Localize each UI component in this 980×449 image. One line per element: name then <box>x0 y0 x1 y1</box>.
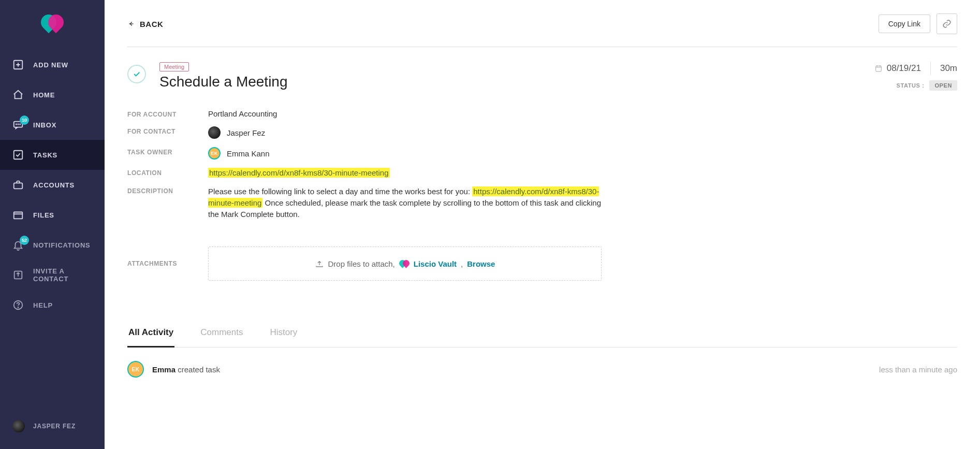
field-for-contact: FOR CONTACT Jasper Fez <box>127 122 957 143</box>
field-description: DESCRIPTION Please use the following lin… <box>127 182 957 224</box>
bell-icon: 52 <box>12 239 24 251</box>
avatar: EK <box>208 147 221 160</box>
task-type-chip: Meeting <box>159 62 189 71</box>
nav-accounts[interactable]: ACCOUNTS <box>0 170 105 200</box>
svg-rect-11 <box>875 66 881 71</box>
nav-home[interactable]: HOME <box>0 80 105 110</box>
nav-label: ACCOUNTS <box>33 181 75 189</box>
nav-label: INVITE A CONTACT <box>33 267 92 283</box>
nav-help[interactable]: HELP <box>0 290 105 320</box>
logo[interactable] <box>0 0 105 50</box>
avatar <box>12 420 25 432</box>
task-owner-value[interactable]: EK Emma Kann <box>208 147 270 160</box>
activity-tabs: All Activity Comments History <box>127 322 957 347</box>
task-title: Schedule a Meeting <box>159 74 861 90</box>
upload-icon <box>315 259 324 268</box>
svg-point-4 <box>20 124 20 125</box>
link-icon <box>942 19 952 28</box>
for-contact-value[interactable]: Jasper Fez <box>208 126 265 139</box>
sidebar: ADD NEW HOME 10 INBOX TASKS ACCOUNTS <box>0 0 105 449</box>
nav-label: FILES <box>33 211 54 219</box>
arrow-left-icon <box>127 20 135 27</box>
nav-list: ADD NEW HOME 10 INBOX TASKS ACCOUNTS <box>0 50 105 320</box>
attachments-dropzone[interactable]: Drop files to attach, Liscio Vault , Bro… <box>208 247 602 281</box>
home-icon <box>12 89 24 100</box>
folder-icon <box>12 209 24 221</box>
link-icon-button[interactable] <box>937 13 957 34</box>
briefcase-icon <box>12 179 24 191</box>
check-box-icon <box>12 149 24 161</box>
activity-time: less than a minute ago <box>879 365 957 374</box>
main: BACK Copy Link Meeting Schedule a Meetin… <box>105 0 980 449</box>
sidebar-user[interactable]: JASPER FEZ <box>0 411 105 449</box>
task-date[interactable]: 08/19/21 <box>874 63 921 74</box>
back-label: BACK <box>140 20 163 28</box>
complete-toggle[interactable] <box>127 65 146 83</box>
svg-rect-7 <box>14 212 23 219</box>
field-location: LOCATION https://calendly.com/d/xn8f-kms… <box>127 164 957 182</box>
nav-label: TASKS <box>33 151 57 159</box>
inbox-badge: 10 <box>20 115 29 125</box>
status-label: STATUS : <box>897 82 925 89</box>
field-attachments: ATTACHMENTS Drop files to attach, Liscio… <box>127 247 957 281</box>
liscio-vault-link[interactable]: Liscio Vault <box>414 259 457 268</box>
svg-rect-6 <box>14 183 23 189</box>
nav-add-new[interactable]: ADD NEW <box>0 50 105 80</box>
help-circle-icon <box>12 299 24 311</box>
liscio-logo-icon <box>399 260 409 267</box>
nav-label: ADD NEW <box>33 61 68 69</box>
copy-link-button[interactable]: Copy Link <box>879 15 930 33</box>
svg-rect-5 <box>14 151 23 160</box>
user-name: JASPER FEZ <box>33 423 76 430</box>
description-text: Please use the following link to select … <box>208 186 612 220</box>
task-fields: FOR ACCOUNT Portland Accounting FOR CONT… <box>127 105 957 281</box>
check-icon <box>133 70 141 78</box>
status-value[interactable]: OPEN <box>929 80 957 91</box>
nav-tasks[interactable]: TASKS <box>0 140 105 170</box>
notifications-badge: 52 <box>20 236 29 245</box>
nav-notifications[interactable]: 52 NOTIFICATIONS <box>0 230 105 260</box>
nav-files[interactable]: FILES <box>0 200 105 230</box>
activity-row: EK Emma created task less than a minute … <box>127 347 957 391</box>
nav-invite-contact[interactable]: INVITE A CONTACT <box>0 260 105 290</box>
for-account-value[interactable]: Portland Accounting <box>208 109 277 118</box>
browse-link[interactable]: Browse <box>467 259 495 268</box>
activity-text: Emma created task <box>152 365 220 374</box>
inbox-icon: 10 <box>12 119 24 131</box>
svg-point-10 <box>18 307 18 308</box>
tab-comments[interactable]: Comments <box>199 322 244 347</box>
nav-label: NOTIFICATIONS <box>33 241 91 249</box>
avatar: EK <box>127 361 144 378</box>
field-task-owner: TASK OWNER EK Emma Kann <box>127 143 957 164</box>
location-link[interactable]: https://calendly.com/d/xn8f-kms8/30-minu… <box>208 168 390 178</box>
nav-inbox[interactable]: 10 INBOX <box>0 110 105 140</box>
task-duration[interactable]: 30m <box>940 63 957 74</box>
avatar <box>208 126 221 139</box>
calendar-icon <box>874 64 883 73</box>
field-for-account: FOR ACCOUNT Portland Accounting <box>127 105 957 122</box>
svg-point-2 <box>16 124 17 125</box>
task-header: Meeting Schedule a Meeting 08/19/21 30m … <box>127 47 957 91</box>
tab-all-activity[interactable]: All Activity <box>127 322 174 347</box>
nav-label: INBOX <box>33 121 56 129</box>
share-icon <box>12 269 24 281</box>
plus-box-icon <box>12 59 24 70</box>
topbar: BACK Copy Link <box>127 13 957 47</box>
nav-label: HOME <box>33 91 55 99</box>
svg-point-3 <box>18 124 18 125</box>
back-button[interactable]: BACK <box>127 20 163 28</box>
tab-history[interactable]: History <box>269 322 298 347</box>
nav-label: HELP <box>33 301 53 309</box>
